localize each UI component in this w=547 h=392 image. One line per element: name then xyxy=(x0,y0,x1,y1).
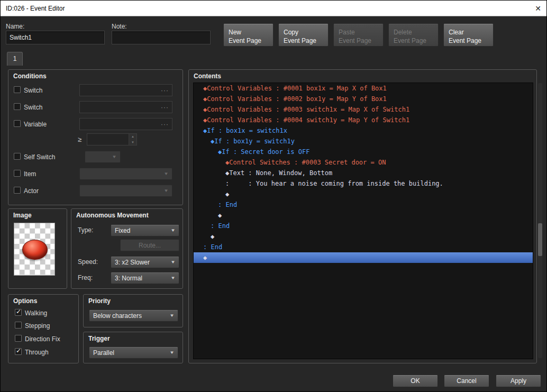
conditions-group: Conditions ✓ Switch ··· ✓ Switch ··· ✓ V… xyxy=(8,69,183,205)
spinner-up-icon[interactable]: ▲ xyxy=(129,134,136,140)
event-command-line[interactable]: : End xyxy=(194,242,533,252)
item-checkbox[interactable]: ✓ xyxy=(14,170,21,177)
new-event-page-button[interactable]: New Event Page xyxy=(223,23,274,47)
event-command-line[interactable]: ◆ xyxy=(194,189,533,199)
spinner-down-icon[interactable]: ▼ xyxy=(129,140,136,145)
name-value: Switch1 xyxy=(10,34,32,41)
event-command-line[interactable]: ◆Control Variables : #0002 box1y = Map Y… xyxy=(194,94,533,104)
gte-symbol: ≥ xyxy=(78,135,81,143)
browse-ellipsis-icon[interactable]: ··· xyxy=(161,121,169,128)
direction-fix-checkbox[interactable]: ✓ xyxy=(15,335,22,342)
contents-group: Contents ◆Control Variables : #0001 box1… xyxy=(188,69,537,363)
self-switch-dropdown[interactable]: ▼ xyxy=(85,151,121,163)
item-dropdown[interactable]: ▼ xyxy=(79,168,172,180)
browse-ellipsis-icon[interactable]: ··· xyxy=(161,104,169,111)
event-command-line[interactable]: ◆Control Switches : #0003 Secret door = … xyxy=(194,157,533,168)
delete-event-page-button[interactable]: Delete Event Page xyxy=(388,23,439,47)
movement-speed-dropdown[interactable]: 3: x2 Slower ▼ xyxy=(111,256,179,268)
self-switch-checkbox[interactable]: ✓ xyxy=(14,153,21,160)
name-label: Name: xyxy=(6,23,24,30)
chevron-down-icon: ▼ xyxy=(170,260,176,265)
browse-ellipsis-icon[interactable]: ··· xyxy=(161,87,169,94)
button-label: Copy xyxy=(284,28,328,37)
walking-checkbox[interactable]: ✓ xyxy=(15,309,22,316)
name-input[interactable]: Switch1 xyxy=(6,31,105,44)
movement-title: Autonomous Movement xyxy=(76,212,149,219)
event-command-line[interactable]: ◆ xyxy=(194,231,533,242)
event-command-line[interactable]: : End xyxy=(194,221,533,231)
variable-field[interactable]: ··· xyxy=(79,118,172,130)
button-label: Clear xyxy=(449,28,493,37)
trigger-dropdown[interactable]: Parallel ▼ xyxy=(89,347,178,359)
actor-dropdown[interactable]: ▼ xyxy=(79,185,172,197)
copy-event-page-button[interactable]: Copy Event Page xyxy=(278,23,329,47)
chevron-down-icon: ▼ xyxy=(112,154,117,159)
contents-scrollbar[interactable] xyxy=(538,83,542,358)
event-command-line[interactable]: ◆Control Variables : #0001 box1x = Map X… xyxy=(194,83,533,94)
actor-checkbox[interactable]: ✓ xyxy=(14,187,21,194)
chevron-down-icon: ▼ xyxy=(163,188,169,193)
event-command-line[interactable]: : : You hear a noise coming from inside … xyxy=(194,178,533,189)
chevron-down-icon: ▼ xyxy=(170,276,176,280)
switch2-checkbox[interactable]: ✓ xyxy=(14,103,21,110)
priority-dropdown[interactable]: Below characters ▼ xyxy=(89,309,178,322)
type-label: Type: xyxy=(78,226,93,234)
stepping-label: Stepping xyxy=(25,322,50,330)
switch1-field[interactable]: ··· xyxy=(79,84,172,96)
variable-label: Variable xyxy=(24,121,47,128)
direction-fix-label: Direction Fix xyxy=(25,335,60,343)
event-image-thumbnail[interactable] xyxy=(14,223,55,276)
event-command-line[interactable]: ◆If : box1x = switch1x xyxy=(194,125,533,136)
trigger-value: Parallel xyxy=(93,349,114,357)
tab-page-1[interactable]: 1 xyxy=(7,52,23,66)
close-icon[interactable]: ✕ xyxy=(535,4,541,13)
route-button[interactable]: Route... xyxy=(120,239,179,251)
chevron-down-icon: ▼ xyxy=(169,350,175,355)
ok-button[interactable]: OK xyxy=(393,375,438,387)
button-label: New xyxy=(229,28,273,37)
event-command-line[interactable]: ◆ xyxy=(194,252,533,263)
switch1-checkbox[interactable]: ✓ xyxy=(14,86,21,93)
button-label: Event Page xyxy=(449,37,493,45)
button-label: Paste xyxy=(339,28,383,37)
event-editor-window: ID:026 - Event Editor ✕ Name: Switch1 No… xyxy=(0,0,547,392)
note-label: Note: xyxy=(112,23,127,30)
through-checkbox[interactable]: ✓ xyxy=(15,348,22,355)
autonomous-movement-group: Autonomous Movement Type: Fixed ▼ Route.… xyxy=(71,208,183,289)
event-command-line[interactable]: ◆Control Variables : #0003 switch1x = Ma… xyxy=(194,104,533,115)
event-command-line[interactable]: ◆If : Secret door is OFF xyxy=(194,147,533,157)
speed-label: Speed: xyxy=(78,258,98,266)
event-command-line[interactable]: ◆Text : None, Window, Bottom xyxy=(194,168,533,178)
stepping-checkbox[interactable]: ✓ xyxy=(15,322,22,329)
button-label: Event Page xyxy=(339,37,383,45)
options-title: Options xyxy=(13,297,37,305)
movement-freq-dropdown[interactable]: 3: Normal ▼ xyxy=(111,272,179,284)
clear-event-page-button[interactable]: Clear Event Page xyxy=(443,23,494,47)
scrollbar-thumb[interactable] xyxy=(538,223,542,256)
event-command-line[interactable]: ◆ xyxy=(194,210,533,221)
cancel-button[interactable]: Cancel xyxy=(444,375,489,387)
switch2-field[interactable]: ··· xyxy=(79,101,172,113)
variable-checkbox[interactable]: ✓ xyxy=(14,120,21,127)
paste-event-page-button[interactable]: Paste Event Page xyxy=(333,23,384,47)
chevron-down-icon: ▼ xyxy=(163,171,169,176)
variable-value-spinner[interactable]: ▲ ▼ xyxy=(87,133,137,145)
button-label: Event Page xyxy=(284,37,328,45)
image-group: Image xyxy=(8,208,67,289)
walking-label: Walking xyxy=(25,309,47,317)
actor-label: Actor xyxy=(24,187,39,195)
button-label: Event Page xyxy=(229,37,273,45)
event-command-line[interactable]: : End xyxy=(194,199,533,210)
event-command-line[interactable]: ◆If : box1y = switch1y xyxy=(194,136,533,147)
window-title: ID:026 - Event Editor xyxy=(6,5,65,12)
self-switch-label: Self Switch xyxy=(24,153,55,161)
event-command-line[interactable]: ◆Control Variables : #0004 switch1y = Ma… xyxy=(194,115,533,125)
freq-label: Freq: xyxy=(78,274,93,281)
event-command-list[interactable]: ◆Control Variables : #0001 box1x = Map X… xyxy=(193,83,533,359)
spinner-buttons[interactable]: ▲ ▼ xyxy=(129,134,136,145)
conditions-title: Conditions xyxy=(13,72,47,80)
movement-type-dropdown[interactable]: Fixed ▼ xyxy=(111,224,179,236)
apply-button[interactable]: Apply xyxy=(496,375,541,387)
trigger-title: Trigger xyxy=(88,335,110,342)
note-input[interactable] xyxy=(112,31,211,44)
